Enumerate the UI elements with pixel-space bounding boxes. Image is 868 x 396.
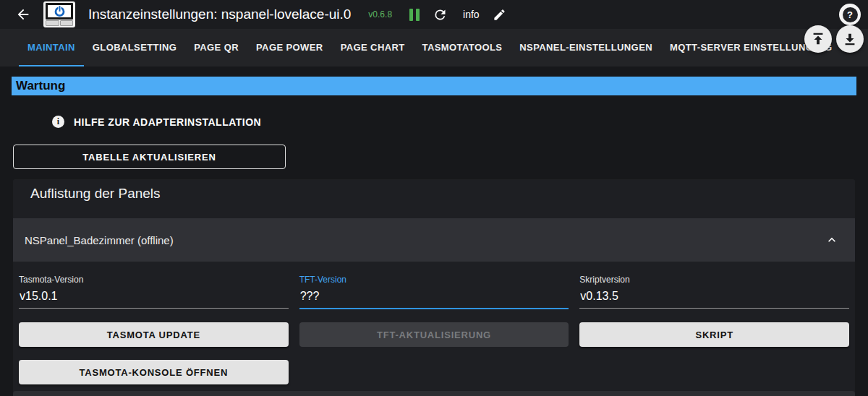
tab-page-chart[interactable]: PAGE CHART xyxy=(332,29,414,66)
pause-icon[interactable] xyxy=(409,9,420,21)
edit-pencil-icon[interactable] xyxy=(490,4,510,25)
help-link-label: HILFE ZUR ADAPTERINSTALLATION xyxy=(74,116,261,128)
version-badge: v0.6.8 xyxy=(368,9,392,20)
panels-heading: Auflistung der Panels xyxy=(13,179,855,202)
help-button[interactable]: ? xyxy=(839,4,861,25)
adapter-install-help-link[interactable]: i HILFE ZUR ADAPTERINSTALLATION xyxy=(52,116,261,128)
back-arrow-icon xyxy=(15,7,31,22)
section-banner: Wartung xyxy=(12,77,856,95)
skript-version-field: Skriptversion xyxy=(579,275,849,309)
tft-version-input[interactable] xyxy=(299,290,569,309)
section-banner-title: Wartung xyxy=(16,79,65,93)
download-icon xyxy=(842,31,858,47)
panel-version-fields: Tasmota-Version TFT-Version Skriptversio… xyxy=(13,262,855,309)
panel-accordion-header[interactable]: NSPanel_Badezimmer (offline) xyxy=(13,218,855,262)
info-link[interactable]: info xyxy=(463,9,480,20)
upload-icon xyxy=(810,31,826,47)
upload-config-button[interactable] xyxy=(804,25,832,53)
question-mark-icon: ? xyxy=(843,7,858,22)
chevron-up-icon xyxy=(825,233,839,247)
tab-globalsetting[interactable]: GLOBALSETTING xyxy=(84,29,185,66)
info-icon: i xyxy=(52,116,64,128)
page-title: Instanzeinstellungen: nspanel-lovelace-u… xyxy=(88,7,351,22)
refresh-table-button[interactable]: TABELLE AKTUALISIEREN xyxy=(13,145,286,169)
tab-page-power[interactable]: PAGE POWER xyxy=(247,29,332,66)
download-config-button[interactable] xyxy=(836,25,864,53)
skript-version-label: Skriptversion xyxy=(579,275,849,285)
panels-container: Auflistung der Panels NSPanel_Badezimmer… xyxy=(13,179,855,396)
tab-maintain[interactable]: MAINTAIN xyxy=(19,29,84,66)
tasmota-console-button[interactable]: TASMOTA-KONSOLE ÖFFNEN xyxy=(19,360,289,384)
app-bar: Instanzeinstellungen: nspanel-lovelace-u… xyxy=(0,0,868,29)
tab-tasmotatools[interactable]: TASMOTATOOLS xyxy=(414,29,511,66)
tasmota-update-button[interactable]: TASMOTA UPDATE xyxy=(19,322,289,347)
tft-version-label: TFT-Version xyxy=(299,275,569,285)
tab-bar: MAINTAIN GLOBALSETTING PAGE QR PAGE POWE… xyxy=(0,29,868,66)
tft-version-field: TFT-Version xyxy=(299,275,569,309)
refresh-icon[interactable] xyxy=(430,4,450,25)
nspanel-buttons-icon xyxy=(46,20,73,26)
tasmota-version-input[interactable] xyxy=(19,290,289,309)
tft-update-button[interactable]: TFT-AKTUALISIERUNG xyxy=(299,322,569,347)
tab-nspanel-einstellungen[interactable]: NSPANEL-EINSTELLUNGEN xyxy=(511,29,661,66)
next-panel-accordion-header[interactable] xyxy=(13,391,855,396)
panel-action-buttons: TASMOTA UPDATE TFT-AKTUALISIERUNG SKRIPT xyxy=(13,309,855,347)
panel-title: NSPanel_Badezimmer (offline) xyxy=(25,234,174,246)
back-button[interactable] xyxy=(13,4,33,25)
tasmota-version-field: Tasmota-Version xyxy=(19,275,289,309)
adapter-logo xyxy=(43,1,75,27)
skript-button[interactable]: SKRIPT xyxy=(579,322,849,347)
tab-page-qr[interactable]: PAGE QR xyxy=(185,29,247,66)
import-export-buttons xyxy=(804,25,864,53)
skript-version-input[interactable] xyxy=(579,290,849,309)
nspanel-screen-icon xyxy=(46,3,73,20)
panel-console-row: TASMOTA-KONSOLE ÖFFNEN xyxy=(13,347,855,384)
tasmota-version-label: Tasmota-Version xyxy=(19,275,289,285)
